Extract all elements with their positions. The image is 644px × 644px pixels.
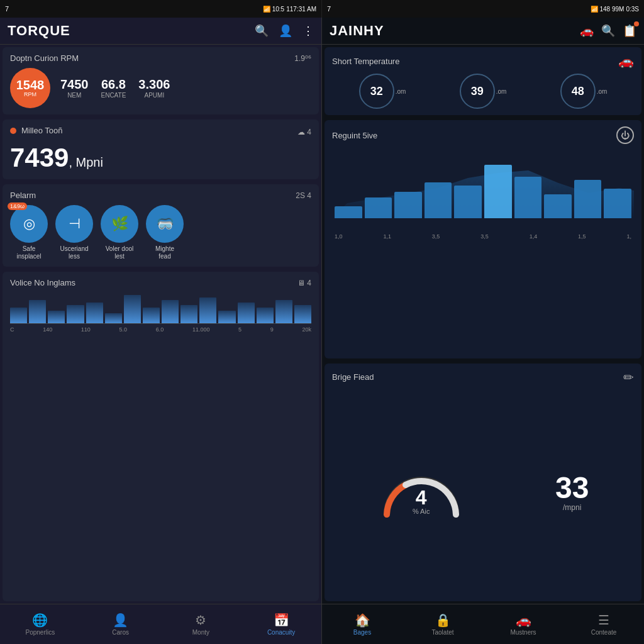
- pelarm-circle-3[interactable]: 🌿: [101, 205, 138, 243]
- stat-nem-val: 7450: [60, 77, 89, 92]
- rpm-value: 1548: [16, 79, 45, 91]
- temp-circle-2: 39: [460, 74, 495, 109]
- temp-unit-2: .om: [496, 88, 507, 95]
- nav-caros[interactable]: 👤 Caros: [80, 604, 161, 644]
- stat-apumi: 3.306 APUMI: [138, 77, 170, 99]
- pelarm-icon-4: 🥽 Mightefead: [146, 205, 184, 260]
- clipboard-icon: 📋: [623, 25, 636, 37]
- conacuity-icon: 📅: [274, 613, 289, 628]
- temp-2: 39 .om: [460, 74, 507, 109]
- temp-unit-1: .om: [396, 88, 406, 95]
- milleo-value-area: 7439, Mpni: [10, 143, 311, 173]
- chart-bars: [332, 162, 634, 218]
- temp-val-1: 32: [370, 85, 383, 98]
- volice-bar: [105, 313, 122, 323]
- temp-circle-3: 48: [560, 74, 596, 109]
- car-temp-icon: 🚗: [618, 53, 634, 69]
- chart-bar: [454, 186, 482, 218]
- volice-bar: [257, 308, 274, 323]
- gauge-main-value: 4: [416, 487, 427, 508]
- pelarm-icon-2: ⊣ Usceriandless: [55, 205, 93, 260]
- milleo-title-area: Milleo Tooñ: [10, 126, 63, 135]
- milleo-section: Milleo Tooñ ☁ 4 7439, Mpni: [3, 119, 319, 179]
- user-icon[interactable]: 👤: [279, 24, 292, 38]
- volice-bar: [124, 295, 141, 323]
- stat-encate-val: 66.8: [101, 77, 126, 92]
- right-nav-bages[interactable]: 🏠 Bages: [322, 604, 402, 644]
- temperature-section: Short Temperature 🚗 32 .om 39 .om: [325, 47, 641, 115]
- volice-bar: [162, 300, 179, 323]
- notification-area[interactable]: 📋: [623, 24, 636, 38]
- right-app-title: JAINHY: [330, 23, 384, 39]
- chart-bar: [574, 180, 602, 218]
- temp-3: 48 .om: [560, 74, 608, 109]
- pelarm-circle-4[interactable]: 🥽: [146, 205, 184, 243]
- voler-icon: 🌿: [111, 216, 128, 232]
- gauge-wrapper: 4 % Aic: [377, 467, 465, 518]
- power-icon[interactable]: ⏻: [616, 126, 634, 144]
- status-bars: 7 📶 10:5 117:31 AM 7 📶 148 99M 0:3S: [0, 0, 644, 18]
- safe-icon: ◎: [23, 216, 35, 232]
- car-icon[interactable]: 🚗: [580, 24, 594, 38]
- milleo-dot: [10, 128, 16, 134]
- chart-title: Reguint 5ive: [332, 131, 377, 140]
- volice-bar: [48, 311, 65, 323]
- volice-section: Volice No Inglams 🖥 4 C 140 110 5.0 6.0 …: [3, 272, 319, 601]
- more-icon[interactable]: ⋮: [303, 24, 314, 38]
- right-nav-mustners[interactable]: 🚗 Mustners: [483, 604, 564, 644]
- rpm-circle: 1548 RPM: [10, 68, 50, 108]
- right-search-icon[interactable]: 🔍: [601, 24, 615, 38]
- left-status-bar: 7 📶 10:5 117:31 AM: [0, 0, 322, 18]
- chart-labels: 1,0 1,1 3,5 3,5 1,4 1,5 1,: [332, 233, 634, 240]
- gauge-right-value: 33: [555, 473, 589, 503]
- pelarm-label-4: Mightefead: [155, 245, 174, 260]
- search-icon[interactable]: 🔍: [255, 24, 269, 38]
- temp-title: Short Temperature: [332, 57, 399, 66]
- pelarm-badge-1: 1&9ω: [8, 203, 27, 210]
- pelarm-label-2: Usceriandless: [60, 245, 88, 260]
- volice-header: Volice No Inglams 🖥 4: [10, 278, 311, 287]
- nav-caros-label: Caros: [112, 629, 129, 636]
- chart-area: [332, 149, 634, 231]
- volice-bar: [143, 308, 160, 323]
- monty-icon: ⚙: [195, 613, 206, 628]
- chart-bar: [365, 197, 392, 218]
- chart-bar: [425, 182, 452, 218]
- right-nav-mustners-label: Mustners: [510, 629, 536, 636]
- left-signal: 7: [5, 5, 9, 13]
- edit-icon[interactable]: ✏: [623, 370, 634, 385]
- nav-monty[interactable]: ⚙ Monty: [161, 604, 242, 644]
- chart-bar: [514, 177, 542, 218]
- temp-section-header: Short Temperature 🚗: [332, 53, 634, 69]
- gauge-header: Brige Fiead ✏: [332, 370, 634, 385]
- taolatet-icon: 🔒: [435, 613, 451, 628]
- bages-icon: 🏠: [355, 613, 370, 628]
- right-nav-taolatet-label: Taolatet: [431, 629, 453, 636]
- conteate-icon: ☰: [598, 613, 609, 628]
- volice-chart: [10, 292, 311, 324]
- volice-bar: [199, 297, 216, 323]
- right-nav-taolatet[interactable]: 🔒 Taolatet: [402, 604, 483, 644]
- chart-bar: [484, 165, 512, 218]
- rpm-content: 1548 RPM 7450 NEM 66.8 ENCATE 3.306 APUM…: [10, 68, 311, 108]
- caros-icon: 👤: [113, 613, 128, 628]
- temp-1: 32 .om: [359, 74, 406, 109]
- left-app-title: TORQUE: [8, 23, 70, 39]
- right-nav-conteate[interactable]: ☰ Conteate: [564, 604, 644, 644]
- volice-bar: [238, 303, 255, 323]
- temp-val-3: 48: [572, 85, 584, 98]
- right-panel: JAINHY 🚗 🔍 📋 Short Temperature 🚗 32: [322, 18, 644, 644]
- pelarm-label-3: Voler doollest: [106, 245, 133, 260]
- nav-popnerlics[interactable]: 🌐 Popnerlics: [0, 604, 80, 644]
- stat-nem-label: NEM: [67, 92, 81, 99]
- nav-conacuity[interactable]: 📅 Conacuity: [241, 604, 321, 644]
- pelarm-circle-2[interactable]: ⊣: [55, 205, 93, 243]
- nav-conacuity-label: Conacuity: [267, 629, 295, 636]
- gauge-text: 4 % Aic: [377, 487, 465, 515]
- pelarm-circle-1[interactable]: 1&9ω ◎: [10, 205, 48, 243]
- popnerlics-icon: 🌐: [32, 613, 48, 628]
- notification-dot: [634, 21, 639, 26]
- stat-apumi-val: 3.306: [138, 77, 170, 92]
- volice-bar: [86, 303, 103, 323]
- chart-bar: [604, 189, 631, 218]
